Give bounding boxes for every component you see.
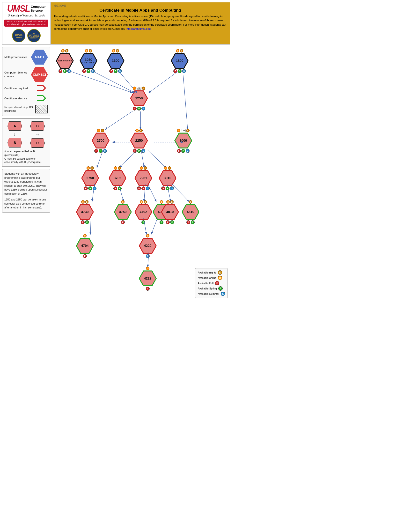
hex-inner: 1250 [131, 91, 147, 105]
avail-nights-label: Available nights [198, 271, 216, 274]
ind-e: E [65, 49, 68, 52]
course-2261: O E 2261 F F S [134, 166, 152, 190]
diagram-area: O E Test proctored F P S O E [52, 47, 230, 313]
ind-e: E [85, 200, 88, 204]
badge-f: F [121, 220, 125, 224]
avail-summer-badge: S [221, 292, 225, 296]
avail-fall: Available Fall F [198, 281, 225, 285]
hex-inner: 2261 [135, 171, 151, 185]
badge-f: F [177, 149, 181, 153]
ind-o: O [146, 267, 149, 270]
hex-wrap: 4750 [114, 204, 132, 220]
ind-o: O [85, 49, 88, 52]
hex-wrap: 2261 [134, 170, 152, 186]
badge-f: F [137, 186, 141, 190]
ind-o: O [83, 234, 86, 238]
ind-o: O [164, 166, 167, 170]
legend-cmp: Computer Science courses CMP SCI [4, 67, 48, 82]
course-note: or 1035 (min B-) [82, 62, 95, 64]
badge-f: F [84, 186, 88, 190]
course-number: 3000 [179, 139, 187, 142]
ind-o: O [146, 234, 149, 238]
hex-wrap: 2750 [81, 170, 99, 186]
ind-or: OR [181, 129, 186, 132]
ind-o: O [140, 200, 143, 204]
ind-e: E [170, 200, 174, 204]
ind-e: E [89, 49, 92, 52]
badge-p: P [141, 220, 145, 224]
ind-e: E [186, 129, 189, 132]
legend-cert-req-label: Certificate required [4, 86, 34, 90]
dhs-seal: U.S. DEPARTMENT OF HOMELAND SECURITY [27, 29, 41, 42]
seals-row: NATIONAL SECURITY AGENCY U.S. DEPARTMENT… [12, 29, 41, 42]
hex-inner: 4750 [115, 205, 131, 219]
course-number: 4222 [144, 276, 151, 280]
hex-outer: 4610 [182, 204, 199, 220]
badges-row: F P S [94, 149, 107, 153]
course-number: 4792 [140, 210, 147, 214]
course-4010: O E 4010 F P [161, 200, 179, 224]
arrow-down-cd: ⇢ [36, 132, 39, 137]
legend-req-all: Required in all dept BS programs [4, 105, 48, 114]
prereq-diagram: A ↓ B C ⇢ D [4, 121, 48, 148]
prereq-node-d: D [30, 138, 45, 148]
ind-e: E [168, 166, 171, 170]
badge-f: F [94, 149, 98, 153]
badge-p: P [166, 186, 169, 190]
course-1030: O E 1030 or 1035 (min B-) F P S [80, 49, 97, 73]
hex-wrap: 3702 [109, 170, 126, 186]
hex-outer: 3000 [174, 133, 192, 149]
prereq-node-c: C [30, 121, 45, 131]
course-number: 2261 [140, 176, 147, 180]
hex-outer: 4750 [114, 204, 132, 220]
ind-o: O [160, 200, 163, 204]
hex-outer: 1100 [107, 53, 124, 69]
course-1100: O E 1100 F P S [107, 49, 124, 73]
badge-f: F [83, 254, 87, 258]
badges-row: F [83, 254, 87, 258]
email-link[interactable]: info@arch.umsl.edu [126, 27, 151, 30]
notes-text2: 1250 and 2250 can be taken in one semest… [4, 198, 48, 210]
badge-s: S [141, 107, 145, 111]
course-number: 4610 [187, 210, 194, 214]
hex-wrap: 4610 [182, 204, 199, 220]
ind-o: O [135, 129, 139, 132]
legend-math-label: Math prerequisites [4, 55, 29, 59]
hex-outer: 2700 [92, 133, 110, 149]
badge-f: F [166, 220, 170, 224]
certificate-description: The undergraduate certificate in Mobile … [54, 14, 227, 31]
hex-inner: 4220 [140, 239, 156, 253]
hex-inner: Test proctored [57, 54, 73, 68]
course-number: 2750 [86, 176, 94, 180]
university-name: University of Missouri–St. Louis [4, 14, 48, 18]
ind-o: O [97, 129, 100, 132]
course-number: 3010 [164, 176, 171, 180]
avail-spring: Available Spring P [198, 286, 225, 291]
ind-e: E [142, 86, 145, 90]
hex-wrap: 4794 [76, 238, 94, 254]
notes-text1: Students with an introductory programmin… [4, 172, 48, 196]
ind-e: E [189, 200, 192, 204]
hex-wrap: 3010 [159, 170, 177, 186]
badges-row: F P [81, 220, 89, 224]
ind-o: O [166, 200, 170, 204]
course-number: 1250 [135, 96, 143, 100]
badge-f: F [82, 69, 86, 73]
avail-online: Available online O [198, 276, 225, 280]
hex-wrap: 2700 [92, 133, 110, 149]
badge-f: F [133, 149, 137, 153]
hex-wrap: 3000 [174, 133, 192, 149]
avail-fall-badge: F [215, 281, 219, 285]
course-3702: O E 3702 F P [109, 166, 126, 190]
hex-inner: 4730 [77, 205, 93, 219]
legend-cert-elective-label: Certificate elective [4, 97, 34, 100]
badge-f: F [161, 186, 165, 190]
badge-s: S [141, 149, 145, 153]
badges-row: F P [187, 220, 195, 224]
badge-s: S [146, 186, 150, 190]
hex-outer: 4792 [134, 204, 152, 220]
ind-e: E [180, 49, 183, 52]
badges-row: F P S [58, 69, 71, 73]
hex-outer: 2750 [81, 170, 99, 186]
umsl-logo: UMSL Computer Science [7, 4, 46, 13]
